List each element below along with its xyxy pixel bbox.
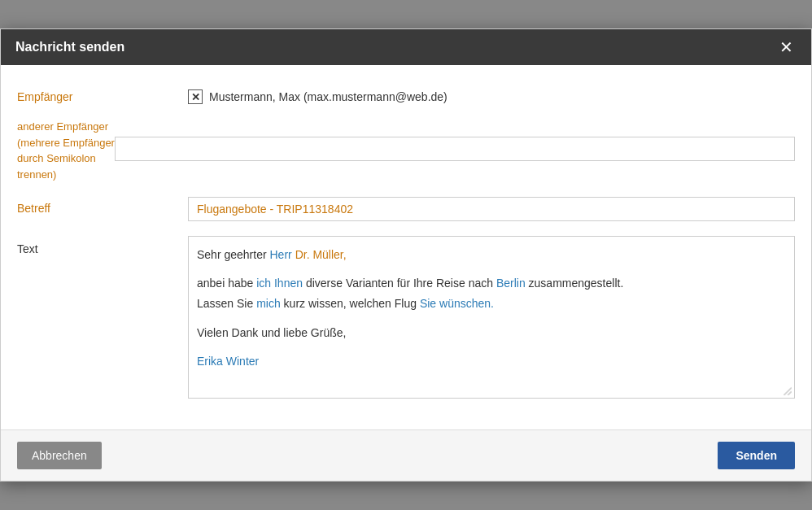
text-herr: Herr <box>270 248 292 261</box>
recipient-checkbox[interactable]: ✕ <box>188 89 203 104</box>
other-recipients-row: anderer Empfänger (mehrere Empfänger dur… <box>17 116 795 182</box>
text-mich: mich <box>256 297 281 310</box>
send-message-dialog: Nachricht senden ✕ Empfänger ✕ Musterman… <box>0 28 812 482</box>
resize-handle-icon <box>782 386 792 395</box>
recipient-name: Mustermann, Max (max.mustermann@web.de) <box>209 90 447 103</box>
text-thanks: Vielen Dank und liebe Grüße, <box>197 323 786 343</box>
subject-label: Betreff <box>17 197 188 215</box>
subject-input[interactable] <box>188 197 795 221</box>
cancel-button[interactable]: Abbrechen <box>17 442 102 469</box>
text-greeting: Sehr geehrter Herr Dr. Müller, <box>197 245 786 265</box>
text-row: Text Sehr geehrter Herr Dr. Müller, anbe… <box>17 236 795 399</box>
other-recipients-input[interactable] <box>115 137 795 161</box>
dialog-body: Empfänger ✕ Mustermann, Max (max.musterm… <box>1 65 811 429</box>
recipient-label: Empfänger <box>17 90 188 103</box>
text-label: Text <box>17 236 188 255</box>
send-button[interactable]: Senden <box>718 442 795 469</box>
subject-row: Betreff <box>17 197 795 221</box>
other-recipients-label: anderer Empfänger (mehrere Empfänger dur… <box>17 116 115 182</box>
recipient-value: ✕ Mustermann, Max (max.mustermann@web.de… <box>188 89 447 104</box>
dialog-header: Nachricht senden ✕ <box>1 29 811 65</box>
dialog-title: Nachricht senden <box>15 40 124 54</box>
text-sie: Sie wünschen. <box>420 297 494 310</box>
svg-line-1 <box>788 391 792 395</box>
text-berlin: Berlin <box>496 277 526 290</box>
svg-line-0 <box>784 387 792 395</box>
text-dr: Dr. Müller, <box>295 248 347 261</box>
text-signature: Erika Winter <box>197 351 786 372</box>
text-main: anbei habe ich Ihnen diverse Varianten f… <box>197 273 786 314</box>
text-name: Erika Winter <box>197 355 259 368</box>
text-ich: ich Ihnen <box>256 277 303 290</box>
close-button[interactable]: ✕ <box>776 39 797 55</box>
text-area-container: Sehr geehrter Herr Dr. Müller, anbei hab… <box>188 236 795 399</box>
recipient-row: Empfänger ✕ Mustermann, Max (max.musterm… <box>17 89 795 104</box>
dialog-footer: Abbrechen Senden <box>1 429 811 481</box>
text-body: Sehr geehrter Herr Dr. Müller, anbei hab… <box>197 245 786 372</box>
